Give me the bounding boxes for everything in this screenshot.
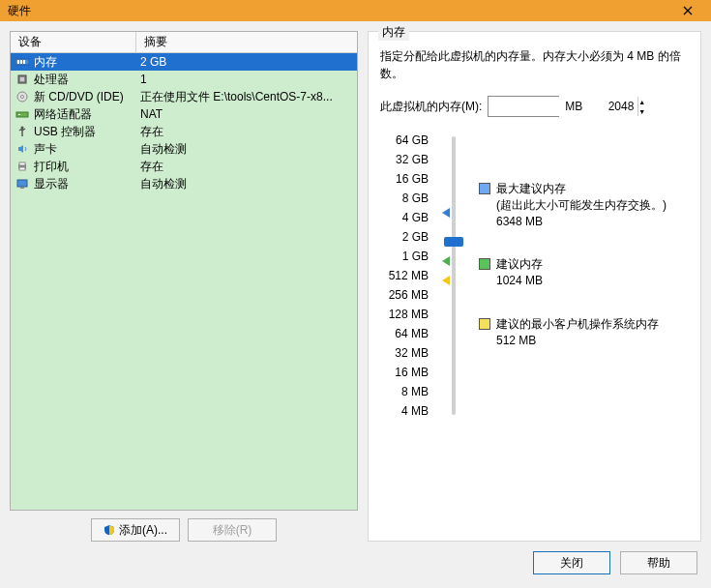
net-icon: [15, 107, 30, 121]
svg-rect-2: [20, 60, 22, 64]
tick-label: 256 MB: [380, 285, 429, 305]
memory-icon: [15, 55, 30, 69]
legend-rec-text: 建议内存 1024 MB: [496, 256, 543, 289]
legend-max: 最大建议内存 (超出此大小可能发生内存交换。) 6348 MB: [479, 181, 689, 229]
close-button-label: 关闭: [560, 555, 583, 572]
spinner-down[interactable]: ▼: [638, 106, 645, 116]
memory-unit: MB: [565, 100, 582, 113]
legend-min: 建议的最小客户机操作系统内存 512 MB: [479, 316, 689, 349]
close-button[interactable]: 关闭: [533, 551, 610, 574]
memory-panel: 内存 指定分配给此虚拟机的内存量。内存大小必须为 4 MB 的倍数。 此虚拟机的…: [368, 31, 701, 542]
window-title: 硬件: [8, 3, 668, 19]
svg-point-7: [21, 96, 24, 99]
help-button-label: 帮助: [647, 555, 670, 572]
header-device: 设备: [11, 32, 136, 52]
legend-rec-title: 建议内存: [496, 256, 543, 273]
slider-track-column: [436, 131, 471, 421]
slider-tick-labels: 64 GB32 GB16 GB8 GB4 GB2 GB1 GB512 MB256…: [380, 131, 429, 421]
svg-rect-8: [16, 112, 28, 117]
device-name: 显示器: [34, 176, 140, 192]
device-row[interactable]: 网络适配器NAT: [11, 105, 357, 123]
legend-min-text: 建议的最小客户机操作系统内存 512 MB: [496, 316, 659, 349]
cd-icon: [15, 90, 30, 103]
legend-rec-value: 1024 MB: [496, 273, 543, 289]
svg-rect-12: [19, 162, 25, 165]
legend-max-note: (超出此大小可能发生内存交换。): [496, 197, 667, 214]
display-icon: [15, 177, 30, 191]
device-list-box: 设备 摘要 内存2 GB处理器1新 CD/DVD (IDE)正在使用文件 E:\…: [10, 31, 358, 511]
svg-rect-1: [17, 60, 19, 64]
device-summary: 正在使用文件 E:\tools\CentOS-7-x8...: [140, 89, 353, 105]
min-marker-icon: [442, 276, 450, 285]
device-row[interactable]: 内存2 GB: [11, 53, 357, 71]
memory-description: 指定分配给此虚拟机的内存量。内存大小必须为 4 MB 的倍数。: [380, 47, 689, 82]
usb-icon: [15, 125, 30, 138]
tick-label: 8 MB: [380, 382, 429, 401]
device-row[interactable]: 处理器1: [11, 71, 357, 88]
device-name: USB 控制器: [34, 124, 140, 140]
svg-rect-13: [19, 167, 25, 170]
max-marker-icon: [442, 208, 450, 218]
device-name: 处理器: [34, 72, 140, 88]
tick-label: 2 GB: [380, 227, 429, 247]
tick-label: 32 MB: [380, 343, 429, 363]
svg-rect-14: [17, 180, 27, 187]
printer-icon: [15, 160, 30, 173]
tick-label: 16 MB: [380, 363, 429, 382]
group-title: 内存: [378, 24, 409, 41]
rec-marker-icon: [442, 256, 450, 266]
svg-rect-3: [23, 60, 25, 64]
tick-label: 1 GB: [380, 247, 429, 266]
device-buttons: 添加(A)... 移除(R): [10, 518, 358, 542]
device-summary: 自动检测: [140, 141, 353, 158]
device-row[interactable]: 显示器自动检测: [11, 175, 357, 192]
device-summary: 存在: [140, 159, 353, 175]
memory-input-row: 此虚拟机的内存(M): ▲ ▼ MB: [380, 96, 689, 117]
device-row[interactable]: 声卡自动检测: [11, 140, 357, 158]
svg-rect-15: [20, 187, 24, 189]
add-button[interactable]: 添加(A)...: [91, 518, 180, 542]
remove-button-label: 移除(R): [213, 522, 252, 539]
cpu-icon: [15, 73, 30, 86]
tick-label: 64 GB: [380, 131, 429, 150]
legend-min-value: 512 MB: [496, 333, 659, 349]
memory-value-input[interactable]: [489, 97, 637, 116]
sound-icon: [15, 142, 30, 156]
svg-point-10: [21, 127, 24, 130]
tick-label: 512 MB: [380, 266, 429, 285]
legend-rec: 建议内存 1024 MB: [479, 256, 689, 289]
tick-label: 64 MB: [380, 324, 429, 343]
svg-rect-9: [18, 114, 20, 115]
tick-label: 32 GB: [380, 150, 429, 169]
title-bar: 硬件: [0, 0, 711, 21]
memory-input-label: 此虚拟机的内存(M):: [380, 99, 482, 115]
spinner-arrows[interactable]: ▲ ▼: [637, 97, 645, 116]
device-name: 声卡: [34, 141, 140, 158]
memory-spinner[interactable]: ▲ ▼: [488, 96, 559, 117]
device-list-header: 设备 摘要: [11, 32, 357, 53]
spinner-up[interactable]: ▲: [638, 97, 645, 106]
device-row[interactable]: 新 CD/DVD (IDE)正在使用文件 E:\tools\CentOS-7-x…: [11, 88, 357, 105]
close-window-button[interactable]: [668, 0, 707, 21]
device-row[interactable]: 打印机存在: [11, 158, 357, 175]
device-summary: 存在: [140, 124, 353, 140]
device-name: 打印机: [34, 159, 140, 175]
memory-slider-area: 64 GB32 GB16 GB8 GB4 GB2 GB1 GB512 MB256…: [380, 131, 689, 421]
tick-label: 8 GB: [380, 189, 429, 208]
legend-square-blue: [479, 183, 490, 194]
shield-icon: [104, 524, 115, 536]
help-button[interactable]: 帮助: [620, 551, 697, 574]
svg-rect-5: [20, 77, 24, 81]
add-button-label: 添加(A)...: [119, 522, 167, 539]
legend-max-value: 6348 MB: [496, 214, 667, 230]
slider-thumb[interactable]: [444, 237, 463, 247]
dialog-content: 设备 摘要 内存2 GB处理器1新 CD/DVD (IDE)正在使用文件 E:\…: [0, 21, 711, 551]
tick-label: 16 GB: [380, 169, 429, 189]
close-icon: [683, 6, 693, 15]
device-row[interactable]: USB 控制器存在: [11, 123, 357, 140]
legend-min-title: 建议的最小客户机操作系统内存: [496, 316, 659, 333]
slider-markers: [436, 136, 471, 415]
remove-button: 移除(R): [188, 518, 277, 542]
header-summary: 摘要: [136, 32, 357, 52]
device-summary: 自动检测: [140, 176, 353, 192]
